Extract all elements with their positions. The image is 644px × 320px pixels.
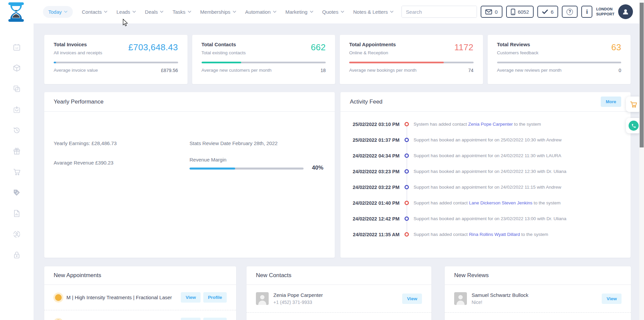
search-button[interactable] — [477, 6, 477, 18]
contact-link[interactable]: Lane Dickerson Steven Jenkins — [469, 200, 532, 205]
search-input[interactable] — [402, 6, 477, 17]
bag-receive-icon[interactable] — [13, 106, 21, 114]
nav-item-deals[interactable]: Deals — [145, 9, 163, 15]
stat-value: 63 — [611, 42, 621, 53]
panel-title: Yearly Performance — [54, 99, 104, 105]
feed-time: 24/02/2022 12:42 PM — [349, 216, 399, 221]
check-icon — [542, 9, 548, 14]
nav-label: Tasks — [172, 9, 185, 15]
nav-item-contacts[interactable]: Contacts — [82, 9, 107, 15]
stat-footer-value: 18 — [320, 68, 326, 73]
stat-footer-value: £879.56 — [161, 68, 178, 73]
nav-item-tasks[interactable]: Tasks — [172, 9, 191, 15]
nav-label: Deals — [145, 9, 158, 15]
appointment-row: M | High Intensity Treatments | Fraction… — [44, 285, 236, 310]
contact-added-marker-icon — [405, 201, 409, 205]
info-button[interactable]: i — [581, 6, 592, 18]
nav-label: Notes & Letters — [353, 9, 388, 15]
contact-link[interactable]: Rina Rollins Wyatt Dillard — [469, 232, 520, 237]
mail-button[interactable]: 0 — [481, 6, 502, 18]
gift-icon[interactable] — [13, 147, 21, 155]
contact-added-marker-icon — [405, 122, 409, 126]
review-row: Alex Stefan View — [445, 312, 631, 320]
stats-review-date: Stats Review Date February 28th, 2022 — [190, 140, 278, 146]
view-button[interactable]: View — [602, 294, 622, 304]
view-button[interactable]: View — [181, 318, 201, 320]
history-icon[interactable] — [13, 126, 21, 134]
main-nav: Today Contacts Leads Deals Tasks Members… — [43, 0, 413, 23]
page-scrollbar[interactable] — [639, 0, 644, 320]
revenue-margin-label: Revenue Margin — [190, 157, 226, 163]
feed-item: 24/02/2022 11:35 AM Support has added co… — [340, 227, 631, 242]
contact-avatar — [256, 292, 269, 305]
cart-icon[interactable] — [13, 168, 21, 176]
user-circle-icon[interactable] — [13, 230, 21, 238]
appointment-marker-icon — [405, 185, 409, 189]
view-button[interactable]: View — [402, 294, 422, 304]
report-icon[interactable] — [13, 209, 21, 217]
contact-row: Zenia Pope Carpenter +1 (452) 371-9933 V… — [247, 285, 431, 312]
user-avatar[interactable] — [618, 4, 633, 19]
feed-time: 24/02/2022 11:35 AM — [349, 232, 399, 237]
nav-item-quotes[interactable]: Quotes — [322, 9, 344, 15]
stat-subtitle: Online & Reception — [349, 50, 396, 55]
yearly-performance-panel: Yearly Performance Yearly Earnings: £28,… — [44, 92, 335, 258]
search-box — [401, 6, 477, 18]
review-row: Samuel Schwartz Bullock Nice! View — [445, 285, 631, 312]
feed-time: 25/02/2022 03:10 PM — [349, 122, 399, 127]
price-tag-icon[interactable]: $ — [13, 189, 21, 197]
view-button[interactable]: View — [181, 292, 201, 303]
phone-count: 6052 — [518, 9, 529, 15]
stat-card-total-invoices: Total Invoices All invoices and receipts… — [44, 35, 187, 84]
stat-footer-value: 74 — [468, 68, 474, 73]
nav-item-leads[interactable]: Leads — [116, 9, 136, 15]
chevron-down-icon — [390, 11, 393, 13]
panel-title: New Reviews — [454, 272, 489, 279]
appointment-label: M | High Intensity Treatments | Fraction… — [66, 295, 176, 300]
new-reviews-panel: New Reviews Samuel Schwartz Bullock Nice… — [445, 266, 631, 320]
average-revenue: Avarage Revenue £390.23 — [54, 160, 113, 166]
stat-card-total-reviews: Total Reviews Customers feedback 63 Aver… — [488, 35, 631, 84]
progress-bar — [202, 62, 326, 63]
stat-footer-label: Average new reviews per month — [497, 68, 562, 73]
left-sidebar: 12 $ — [0, 23, 34, 320]
chevron-down-icon — [188, 11, 191, 13]
chevron-down-icon — [64, 11, 67, 13]
mail-icon — [485, 9, 492, 14]
phone-button[interactable]: 6052 — [506, 6, 534, 18]
topbar: Today Contacts Leads Deals Tasks Members… — [0, 0, 644, 23]
help-button[interactable]: ? — [562, 6, 578, 18]
app-logo[interactable] — [7, 2, 25, 22]
contact-phone: +1 (452) 371-9933 — [273, 300, 397, 305]
mail-count: 0 — [495, 9, 497, 15]
reviewer-name: Samuel Schwartz Bullock — [472, 292, 597, 298]
calendar-icon[interactable]: 12 — [13, 43, 21, 51]
new-appointments-panel: New Appointments M | High Intensity Trea… — [44, 266, 236, 320]
revenue-margin-value: 40% — [312, 165, 323, 171]
profile-button[interactable]: Profile — [203, 318, 227, 320]
more-button[interactable]: More — [601, 97, 621, 107]
new-contacts-panel: New Contacts Zenia Pope Carpenter +1 (45… — [247, 266, 431, 320]
info-icon: i — [586, 8, 588, 15]
package-icon[interactable] — [13, 64, 21, 72]
copy-icon[interactable] — [13, 85, 21, 93]
contact-added-marker-icon — [405, 232, 409, 237]
yearly-earnings: Yearly Earnings: £28,486.73 — [54, 140, 117, 146]
appointment-status-icon — [55, 294, 62, 301]
nav-item-automation[interactable]: Automation — [245, 9, 276, 15]
profile-button[interactable]: Profile — [203, 292, 227, 303]
lock-icon[interactable] — [13, 251, 21, 259]
nav-item-today[interactable]: Today — [43, 6, 73, 18]
scrollbar-thumb[interactable] — [640, 3, 644, 147]
location-label: LONDON SUPPORT — [596, 7, 614, 17]
nav-item-notes-letters[interactable]: Notes & Letters — [353, 9, 393, 15]
nav-item-memberships[interactable]: Memberships — [200, 9, 236, 15]
reviewer-avatar — [454, 292, 467, 305]
panel-title: New Appointments — [54, 272, 101, 279]
stat-value: £703,648.43 — [128, 42, 178, 53]
feed-item: 24/02/2022 01:40 PM Support has added co… — [340, 195, 631, 211]
contact-link[interactable]: Zenia Pope Carpenter — [468, 122, 513, 127]
activity-feed-list: 25/02/2022 03:10 PM System has added con… — [340, 112, 631, 242]
tasks-button[interactable]: 6 — [537, 6, 558, 18]
nav-item-marketing[interactable]: Marketing — [285, 9, 313, 15]
